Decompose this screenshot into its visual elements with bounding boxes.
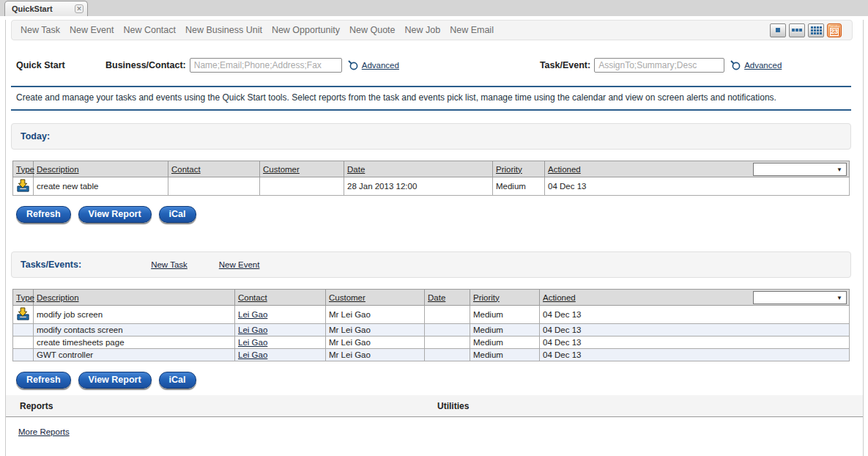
view-report-button[interactable]: View Report [78,372,152,389]
toolbar-link-new-contact[interactable]: New Contact [123,25,176,35]
table-row[interactable]: create timesheets page Lei Gao Mr Lei Ga… [13,337,850,349]
customer-cell: Mr Lei Gao [326,337,425,349]
column-header-date[interactable]: Date [347,165,365,174]
today-table-header-row: Type Description Contact Customer Date P… [13,161,850,177]
task-advanced-link[interactable]: Advanced [744,61,782,70]
task-type-cell [13,337,34,349]
actioned-cell: 04 Dec 13 [540,337,850,349]
task-event-label: Task/Event: [540,60,590,70]
calendar-day: 23 [830,28,839,36]
business-advanced-link[interactable]: Advanced [362,61,399,70]
table-row[interactable]: create new table 28 Jan 2013 12:00 Mediu… [13,177,850,196]
refresh-button[interactable]: Refresh [16,206,71,223]
table-row[interactable]: modify contacts screen Lei Gao Mr Lei Ga… [13,324,850,337]
description-cell: create new table [34,177,168,196]
actioned-cell: 04 Dec 13 [540,306,850,324]
actioned-cell: 04 Dec 13 [540,324,850,337]
contact-link[interactable]: Lei Gao [238,326,267,334]
column-header-description[interactable]: Description [37,165,79,174]
tasks-table-header-row: Type Description Contact Customer Date P… [13,290,850,306]
priority-cell: Medium [470,349,540,361]
tasks-events-title: Tasks/Events: [21,260,81,270]
week-view-icon[interactable] [789,23,805,37]
date-cell [425,349,470,361]
task-event-input[interactable] [594,58,724,73]
toolbar-link-new-event[interactable]: New Event [70,25,114,35]
priority-cell: Medium [493,177,545,196]
toolbar-link-new-email[interactable]: New Email [450,25,494,35]
actioned-cell: 04 Dec 13 [545,177,850,196]
date-cell [425,306,470,324]
more-reports-link[interactable]: More Reports [18,427,70,436]
today-section-header: Today: [11,123,851,150]
column-header-contact[interactable]: Contact [171,165,201,174]
today-table: Type Description Contact Customer Date P… [12,161,850,196]
table-row[interactable]: GWT controller Lei Gao Mr Lei Gao Medium… [13,349,850,361]
toolbar-link-new-task[interactable]: New Task [21,25,60,35]
task-type-cell [13,177,34,196]
intro-text: Create and manage your tasks and events … [11,86,851,111]
actioned-cell: 04 Dec 13 [540,349,850,361]
priority-cell: Medium [470,324,540,337]
description-cell: modify job screen [34,306,235,324]
calendar-date-icon[interactable]: Tuesday 23 [827,23,842,37]
column-header-type[interactable]: Type [16,293,34,302]
refresh-button[interactable]: Refresh [16,372,71,389]
description-cell: modify contacts screen [34,324,235,337]
calendar-weekday: Tuesday [828,24,841,28]
new-event-link[interactable]: New Event [219,260,260,269]
column-header-type[interactable]: Type [16,165,34,174]
toolbar-link-new-job[interactable]: New Job [405,25,441,35]
contact-link[interactable]: Lei Gao [238,338,267,347]
toolbar-link-new-business-unit[interactable]: New Business Unit [185,25,262,35]
date-cell [425,324,470,337]
ical-button[interactable]: iCal [159,206,196,223]
column-header-actioned[interactable]: Actioned [543,293,576,302]
day-view-icon[interactable] [770,23,786,37]
reports-utilities-band: Reports Utilities [6,395,863,417]
today-table-wrap: Type Description Contact Customer Date P… [12,161,850,196]
customer-cell [260,177,344,196]
ical-button[interactable]: iCal [159,372,196,389]
toolbar-link-new-quote[interactable]: New Quote [349,25,396,35]
toolbar-link-new-opportunity[interactable]: New Opportunity [272,25,340,35]
customer-cell: Mr Lei Gao [326,306,425,324]
view-report-button[interactable]: View Report [78,206,152,223]
column-header-actioned[interactable]: Actioned [548,165,581,174]
tab-close-icon[interactable]: ✕ [75,4,84,13]
search-icon[interactable] [347,59,359,71]
customer-cell: Mr Lei Gao [326,324,425,337]
column-header-customer[interactable]: Customer [329,293,366,302]
priority-cell: Medium [470,306,540,324]
tasks-section-header: Tasks/Events: New Task New Event [11,251,851,278]
new-task-link[interactable]: New Task [151,260,188,269]
filter-select[interactable]: ▼ [753,291,847,304]
column-header-priority[interactable]: Priority [473,293,500,302]
new-items-toolbar: New Task New Event New Contact New Busin… [11,20,853,40]
table-row[interactable]: modify job screen Lei Gao Mr Lei Gao Med… [13,306,850,324]
business-contact-input[interactable] [190,58,342,73]
tab-title: QuickStart [12,4,75,13]
tab-quickstart[interactable]: QuickStart ✕ [4,1,88,16]
description-cell: GWT controller [34,349,235,361]
customer-cell: Mr Lei Gao [326,349,425,361]
description-cell: create timesheets page [34,337,235,349]
column-header-description[interactable]: Description [37,293,79,302]
contact-link[interactable]: Lei Gao [238,350,267,359]
tab-bar: QuickStart ✕ [0,0,868,16]
contact-cell [168,177,260,196]
month-view-icon[interactable] [808,23,824,37]
column-header-priority[interactable]: Priority [496,165,522,174]
search-icon[interactable] [730,59,741,71]
task-type-cell [13,306,34,324]
column-header-contact[interactable]: Contact [238,293,267,302]
priority-cell: Medium [470,337,540,349]
contact-link[interactable]: Lei Gao [238,310,267,319]
reports-label: Reports [20,401,437,411]
filter-select[interactable]: ▼ [753,163,847,176]
column-header-customer[interactable]: Customer [263,165,300,174]
today-title: Today: [21,131,50,141]
column-header-date[interactable]: Date [428,293,445,302]
today-buttons: Refresh View Report iCal [16,206,863,223]
tasks-table-wrap: Type Description Contact Customer Date P… [12,289,850,361]
